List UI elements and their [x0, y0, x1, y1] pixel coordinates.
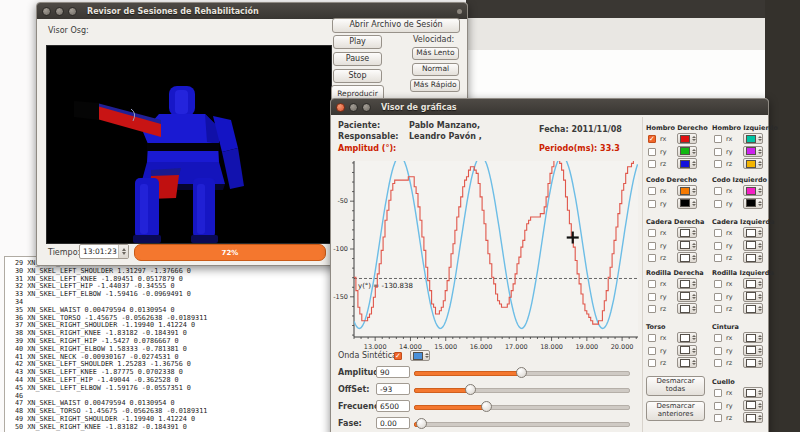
osg-3d-viewport[interactable]: [46, 45, 332, 244]
unmark-all-button[interactable]: Desmarcar todas: [646, 376, 705, 396]
channel-checkbox-rz[interactable]: [714, 359, 722, 367]
channel-checkbox-ry[interactable]: [714, 148, 722, 156]
channel-checkbox-rx[interactable]: [714, 389, 722, 397]
slider-handle[interactable]: [481, 401, 492, 412]
channel-checkbox-rz[interactable]: [648, 254, 656, 262]
faster-button[interactable]: Más Rápido: [410, 79, 460, 92]
onda-color-button[interactable]: [410, 350, 430, 361]
channel-color-button[interactable]: [743, 345, 763, 356]
channel-color-button[interactable]: [677, 345, 697, 356]
channel-checkbox-rx[interactable]: [714, 334, 722, 342]
channel-checkbox-rx[interactable]: ✓: [648, 135, 656, 143]
slider-handle[interactable]: [516, 367, 527, 378]
channel-checkbox-ry[interactable]: [648, 293, 656, 301]
channel-checkbox-rz[interactable]: [648, 160, 656, 168]
channel-checkbox-rz[interactable]: [648, 305, 656, 313]
slider-value-input[interactable]: [376, 400, 410, 412]
maximize-icon[interactable]: [68, 7, 77, 16]
channel-color-swatch: [680, 135, 690, 143]
channel-checkbox-ry[interactable]: [714, 200, 722, 208]
channel-color-button[interactable]: [743, 240, 763, 251]
channel-color-button[interactable]: [677, 185, 697, 196]
channel-color-button[interactable]: [677, 133, 697, 144]
slider-handle[interactable]: [465, 384, 476, 395]
channel-color-button[interactable]: [743, 185, 763, 196]
channel-color-button[interactable]: [743, 357, 763, 368]
channel-checkbox-rz[interactable]: [648, 359, 656, 367]
channel-checkbox-ry[interactable]: [648, 148, 656, 156]
channel-color-button[interactable]: [743, 387, 763, 398]
stop-button[interactable]: Stop: [333, 69, 382, 83]
channel-checkbox-rx[interactable]: [648, 229, 656, 237]
open-session-button[interactable]: Abrir Archivo de Sesión: [332, 18, 460, 33]
channel-color-button[interactable]: [743, 146, 763, 157]
channel-color-button[interactable]: [743, 278, 763, 289]
channel-color-button[interactable]: [743, 303, 763, 314]
channel-color-button[interactable]: [743, 252, 763, 263]
slider-value-input[interactable]: [376, 417, 410, 429]
channel-checkbox-rz[interactable]: [714, 254, 722, 262]
play-button[interactable]: Play: [333, 35, 382, 49]
channel-checkbox-rz[interactable]: [714, 414, 722, 422]
main-titlebar[interactable]: Revisor de Sesiones de Rehabilitación: [37, 3, 467, 19]
onda-sintetica-checkbox[interactable]: ✓: [394, 352, 402, 360]
channel-color-button[interactable]: [743, 198, 763, 209]
channel-color-button[interactable]: [677, 158, 697, 169]
channel-checkbox-rx[interactable]: [714, 187, 722, 195]
paciente-value: Pablo Manzano,: [409, 121, 480, 130]
channel-color-button[interactable]: [677, 357, 697, 368]
channel-checkbox-ry[interactable]: [648, 200, 656, 208]
slider-track[interactable]: [414, 422, 630, 427]
window-menu-icon[interactable]: [457, 9, 462, 14]
slower-button[interactable]: Más Lento: [412, 47, 459, 60]
channel-color-button[interactable]: [743, 332, 763, 343]
channel-color-button[interactable]: [677, 146, 697, 157]
slider-handle[interactable]: [416, 418, 427, 429]
channel-checkbox-ry[interactable]: [714, 347, 722, 355]
maximize-icon[interactable]: [362, 103, 371, 112]
channel-color-button[interactable]: [677, 303, 697, 314]
tiempo-spin-arrows-icon[interactable]: [118, 245, 128, 258]
channel-checkbox-rz[interactable]: [714, 160, 722, 168]
channel-checkbox-rx[interactable]: [648, 187, 656, 195]
channel-checkbox-ry[interactable]: [648, 347, 656, 355]
chart[interactable]: 13.00014.00015.00016.00017.00018.00019.0…: [332, 155, 644, 357]
channel-checkbox-rx[interactable]: [714, 229, 722, 237]
channel-color-button[interactable]: [677, 198, 697, 209]
channel-color-button[interactable]: [677, 240, 697, 251]
channel-checkbox-ry[interactable]: [648, 242, 656, 250]
channel-color-button[interactable]: [677, 252, 697, 263]
close-icon[interactable]: [42, 7, 51, 16]
channel-color-button[interactable]: [743, 291, 763, 302]
channel-checkbox-ry[interactable]: [714, 293, 722, 301]
pause-button[interactable]: Pause: [333, 52, 382, 66]
minimize-icon[interactable]: [55, 7, 64, 16]
graph-titlebar[interactable]: Visor de gráficas: [331, 99, 768, 115]
slider-value-input[interactable]: [376, 383, 410, 395]
channel-checkbox-ry[interactable]: [714, 402, 722, 410]
slider-value-input[interactable]: [376, 366, 410, 378]
channel-color-button[interactable]: [743, 133, 763, 144]
channel-color-button[interactable]: [743, 400, 763, 411]
unmark-previous-button[interactable]: Desmarcar anteriores: [646, 401, 705, 421]
channel-checkbox-rx[interactable]: [714, 135, 722, 143]
minimize-icon[interactable]: [349, 103, 358, 112]
amplitude-chart-svg: 13.00014.00015.00016.00017.00018.00019.0…: [332, 155, 644, 357]
channel-label: ry: [660, 293, 667, 301]
channel-color-button[interactable]: [677, 227, 697, 238]
tiempo-spinbox[interactable]: 13:01:23: [79, 244, 129, 259]
channel-color-button[interactable]: [677, 278, 697, 289]
channel-color-button[interactable]: [743, 412, 763, 423]
channel-checkbox-rz[interactable]: [714, 305, 722, 313]
normal-button[interactable]: Normal: [412, 63, 459, 76]
channel-checkbox-ry[interactable]: [714, 242, 722, 250]
channel-checkbox-rx[interactable]: [648, 280, 656, 288]
channel-color-button[interactable]: [677, 291, 697, 302]
channel-color-button[interactable]: [677, 332, 697, 343]
close-icon[interactable]: [336, 103, 345, 112]
channel-color-button[interactable]: [743, 227, 763, 238]
channel-checkbox-rx[interactable]: [648, 334, 656, 342]
log-text-area[interactable]: 29 XN_SKEL_NECK -0.00930167 -0.0274531 0…: [15, 260, 331, 432]
channel-color-button[interactable]: [743, 158, 763, 169]
channel-checkbox-rx[interactable]: [714, 280, 722, 288]
